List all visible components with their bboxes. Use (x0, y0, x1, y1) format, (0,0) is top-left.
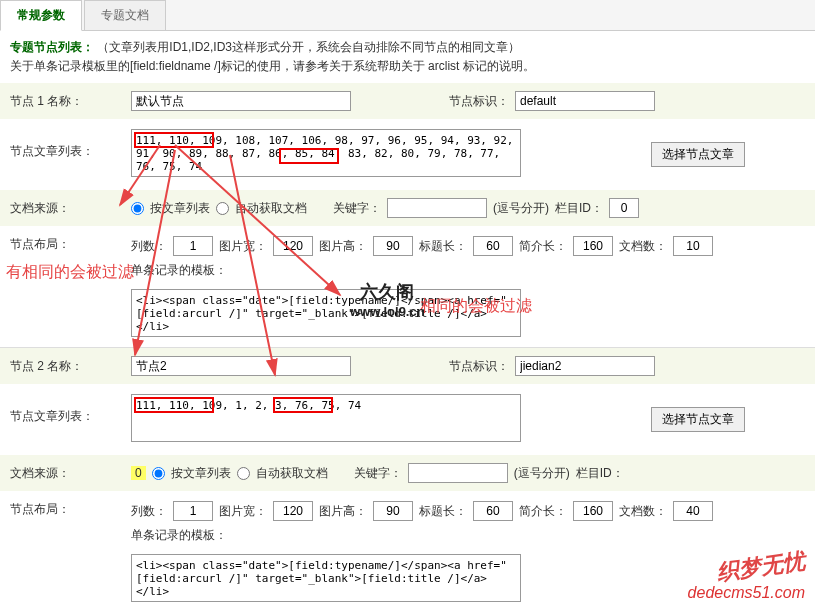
node1-imgw[interactable] (273, 236, 313, 256)
radio-list-label: 按文章列表 (150, 200, 210, 217)
node2-imgw[interactable] (273, 501, 313, 521)
node1-radio-auto[interactable] (216, 202, 229, 215)
node1-name-input[interactable] (131, 91, 351, 111)
node1-source-row: 文档来源： 按文章列表 自动获取文档 关键字： (逗号分开) 栏目ID： (0, 190, 815, 226)
infolen-label2: 简介长： (519, 503, 567, 520)
node2-radio-auto[interactable] (237, 467, 250, 480)
titlelen-label: 标题长： (419, 238, 467, 255)
node2-titlelen[interactable] (473, 501, 513, 521)
node1-cols[interactable] (173, 236, 213, 256)
node2-name-input[interactable] (131, 356, 351, 376)
node2-ids-input[interactable] (131, 394, 521, 442)
header-desc: （文章列表用ID1,ID2,ID3这样形式分开，系统会自动排除不同节点的相同文章… (97, 40, 520, 54)
colid-label2: 栏目ID： (576, 465, 624, 482)
node2-layout-row: 节点布局： 列数： 图片宽： 图片高： 标题长： 简介长： 文档数： 单条记录的… (0, 491, 815, 612)
node1-source-label: 文档来源： (10, 200, 125, 217)
docnum-label: 文档数： (619, 238, 667, 255)
header-sub: 关于单条记录模板里的[field:fieldname /]标记的使用，请参考关于… (10, 58, 805, 75)
node2-name-row: 节点 2 名称： 节点标识： (0, 348, 815, 384)
tabs: 常规参数 专题文档 (0, 0, 815, 31)
tab-topic-docs[interactable]: 专题文档 (84, 0, 166, 30)
node1-flag-label: 节点标识： (449, 93, 509, 110)
node2-tpl-input[interactable] (131, 554, 521, 602)
cols-label: 列数： (131, 238, 167, 255)
infolen-label: 简介长： (519, 238, 567, 255)
comma-label2: (逗号分开) (514, 465, 570, 482)
imgw-label: 图片宽： (219, 238, 267, 255)
imgh-label: 图片高： (319, 238, 367, 255)
tab-common-params[interactable]: 常规参数 (0, 0, 82, 31)
node2-flag-input[interactable] (515, 356, 655, 376)
node1-flag-input[interactable] (515, 91, 655, 111)
colid-label: 栏目ID： (555, 200, 603, 217)
node1-layout-row: 节点布局： 列数： 图片宽： 图片高： 标题长： 简介长： 文档数： 单条记录的… (0, 226, 815, 347)
node1-select-btn[interactable]: 选择节点文章 (651, 142, 745, 167)
node1-name-label: 节点 1 名称： (10, 93, 125, 110)
node2-source-row: 文档来源： 0 按文章列表 自动获取文档 关键字： (逗号分开) 栏目ID： (0, 455, 815, 491)
titlelen-label2: 标题长： (419, 503, 467, 520)
comma-label: (逗号分开) (493, 200, 549, 217)
node1-list-label: 节点文章列表： (10, 129, 125, 160)
keyword-label: 关键字： (333, 200, 381, 217)
radio-auto-label2: 自动获取文档 (256, 465, 328, 482)
node2-source-label: 文档来源： (10, 465, 125, 482)
cols-label2: 列数： (131, 503, 167, 520)
node1-name-row: 节点 1 名称： 节点标识： (0, 83, 815, 119)
node2-name-label: 节点 2 名称： (10, 358, 125, 375)
node2-infolen[interactable] (573, 501, 613, 521)
node1-infolen[interactable] (573, 236, 613, 256)
node1-titlelen[interactable] (473, 236, 513, 256)
node1-docnum[interactable] (673, 236, 713, 256)
node1-imgh[interactable] (373, 236, 413, 256)
header-title: 专题节点列表： (10, 40, 94, 54)
radio-list-label2: 按文章列表 (171, 465, 231, 482)
node1-colid-input[interactable] (609, 198, 639, 218)
node2-imgh[interactable] (373, 501, 413, 521)
node2-docnum[interactable] (673, 501, 713, 521)
header-section: 专题节点列表： （文章列表用ID1,ID2,ID3这样形式分开，系统会自动排除不… (0, 31, 815, 83)
node2-flag-label: 节点标识： (449, 358, 509, 375)
imgw-label2: 图片宽： (219, 503, 267, 520)
node2-colid-hl: 0 (131, 466, 146, 480)
radio-auto-label: 自动获取文档 (235, 200, 307, 217)
node1-list-row: 节点文章列表： 选择节点文章 (0, 119, 815, 190)
node2-layout-label: 节点布局： (10, 501, 125, 518)
node2-radio-list[interactable] (152, 467, 165, 480)
node1-radio-list[interactable] (131, 202, 144, 215)
imgh-label2: 图片高： (319, 503, 367, 520)
node1-tpl-label: 单条记录的模板： (131, 262, 805, 279)
node1-tpl-input[interactable] (131, 289, 521, 337)
node2-keyword-input[interactable] (408, 463, 508, 483)
node2-tpl-label: 单条记录的模板： (131, 527, 805, 544)
node1-ids-input[interactable] (131, 129, 521, 177)
node1-keyword-input[interactable] (387, 198, 487, 218)
keyword-label2: 关键字： (354, 465, 402, 482)
docnum-label2: 文档数： (619, 503, 667, 520)
node1-layout-label: 节点布局： (10, 236, 125, 253)
node2-list-label: 节点文章列表： (10, 394, 125, 425)
node2-list-row: 节点文章列表： 选择节点文章 (0, 384, 815, 455)
node2-cols[interactable] (173, 501, 213, 521)
node2-select-btn[interactable]: 选择节点文章 (651, 407, 745, 432)
